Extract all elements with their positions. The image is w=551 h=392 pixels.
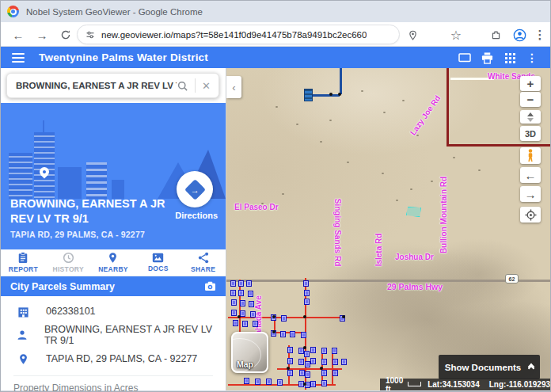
hamburger-icon[interactable]	[12, 51, 25, 65]
more-vertical-icon[interactable]: ⋮	[524, 50, 540, 66]
parcel-marker[interactable]	[255, 379, 260, 385]
parcel-marker[interactable]	[299, 370, 305, 376]
forward-button[interactable]: →	[520, 186, 541, 202]
double-chevron-up-icon	[529, 366, 534, 369]
parcel-marker[interactable]	[304, 299, 310, 305]
search-icon[interactable]	[177, 80, 188, 92]
action-report-button[interactable]: REPORT	[1, 249, 46, 276]
site-info-icon[interactable]	[86, 30, 95, 40]
parcel-marker[interactable]	[298, 359, 304, 365]
parcel-marker[interactable]	[277, 379, 283, 386]
parcel-marker[interactable]	[287, 370, 293, 376]
parcel-marker[interactable]	[253, 321, 258, 327]
star-icon[interactable]: ☆	[447, 26, 465, 44]
parcel-marker[interactable]	[290, 331, 295, 337]
action-bar: REPORTHISTORYNEARBYDOCSSHARE	[1, 249, 226, 276]
parcel-marker[interactable]	[233, 320, 238, 326]
parcel-marker[interactable]	[249, 301, 254, 307]
parcel-marker[interactable]	[231, 299, 237, 306]
parcel-marker[interactable]	[280, 331, 286, 337]
map-type-label: Map	[237, 360, 253, 369]
parcel-marker[interactable]	[301, 332, 306, 338]
tilt-button[interactable]	[520, 110, 541, 124]
parcel-marker[interactable]	[287, 347, 293, 353]
action-docs-button[interactable]: DOCS	[135, 249, 180, 276]
parcel-marker[interactable]	[332, 370, 338, 376]
chrome-logo-icon	[7, 6, 19, 17]
parcel-marker[interactable]	[240, 310, 245, 317]
parcel-marker[interactable]	[248, 291, 253, 297]
profile-icon[interactable]	[511, 26, 528, 44]
parcel-marker[interactable]	[244, 378, 249, 384]
action-label: REPORT	[9, 265, 38, 273]
valve-dot	[329, 93, 332, 96]
search-input[interactable]	[7, 81, 177, 90]
parcel-marker[interactable]	[304, 290, 310, 296]
parcel-marker[interactable]	[305, 371, 310, 378]
parcel-marker[interactable]	[242, 321, 248, 327]
street-label: Joshua Dr	[395, 253, 434, 261]
parcel-marker[interactable]	[341, 359, 347, 365]
valve-dot	[238, 315, 241, 318]
address-bar[interactable]: new.geoviewer.io/maps?t=58e141f0d9e41475…	[77, 25, 400, 44]
app-title: Twentynine Palms Water District	[39, 51, 208, 63]
sidebar-collapse-button[interactable]: ‹	[226, 76, 241, 98]
directions-button[interactable]: →	[177, 171, 213, 207]
back-button[interactable]: ←	[520, 167, 541, 183]
directions-label: Directions	[175, 211, 218, 220]
parcel-marker[interactable]	[321, 370, 327, 376]
parcel-marker[interactable]	[238, 290, 244, 296]
print-icon[interactable]	[479, 50, 495, 66]
action-nearby-button[interactable]: NEARBY	[91, 249, 136, 276]
apps-grid-icon[interactable]	[502, 50, 518, 66]
parcel-marker[interactable]	[321, 348, 327, 354]
desert-scrub	[402, 100, 405, 101]
valve-dot	[342, 315, 345, 318]
parcel-marker[interactable]	[332, 359, 338, 365]
parcel-marker[interactable]	[281, 315, 287, 322]
parcel-marker[interactable]	[304, 351, 310, 357]
camera-icon[interactable]	[204, 281, 216, 291]
parcel-marker[interactable]	[266, 379, 272, 385]
parcel-marker[interactable]	[287, 358, 293, 364]
parcel-marker[interactable]	[321, 380, 327, 386]
parcel-marker[interactable]	[231, 310, 237, 316]
parcel-marker[interactable]	[238, 280, 244, 287]
parcel-marker[interactable]	[246, 280, 252, 287]
map-canvas[interactable]: White SandsLazy Joe RdBullion Mountain R…	[226, 68, 550, 390]
desert-scrub	[282, 193, 284, 195]
menu-icon[interactable]: ⋮	[531, 26, 549, 44]
extensions-icon[interactable]	[487, 26, 504, 44]
parcel-marker[interactable]	[310, 381, 316, 387]
summary-rows: 062338101BROWNING, EARNEST A JR REV LV T…	[1, 296, 226, 371]
zoom-out-button[interactable]: −	[520, 92, 541, 107]
parcel-marker[interactable]	[230, 290, 236, 296]
forward-icon[interactable]: →	[32, 25, 51, 44]
parcel-marker[interactable]	[310, 358, 316, 364]
selected-parcel[interactable]	[406, 207, 421, 217]
map-type-button[interactable]: Map	[231, 332, 268, 373]
parcel-marker[interactable]	[250, 311, 256, 318]
pegman-button[interactable]	[520, 147, 541, 164]
back-icon[interactable]: ←	[9, 25, 28, 44]
parcel-marker[interactable]	[332, 348, 337, 354]
street-label: 29 Palms Hwy	[387, 282, 443, 291]
screen-icon[interactable]	[457, 50, 473, 66]
parcel-marker[interactable]	[310, 347, 316, 353]
desert-scrub	[329, 120, 332, 121]
parcel-marker[interactable]	[305, 361, 310, 367]
3d-button[interactable]: 3D	[520, 126, 541, 141]
parcel-marker[interactable]	[303, 280, 309, 287]
locate-button[interactable]	[520, 207, 541, 223]
reload-icon[interactable]	[56, 25, 75, 44]
location-icon[interactable]	[404, 26, 421, 44]
parcel-marker[interactable]	[240, 300, 245, 306]
parcel-marker[interactable]	[230, 280, 236, 287]
parcel-marker[interactable]	[321, 359, 327, 365]
reservoir-feature[interactable]	[304, 89, 313, 101]
show-documents-button[interactable]: Show Documents	[439, 355, 540, 379]
section-title: City Parcels Summary	[10, 281, 204, 292]
zoom-in-button[interactable]: +	[520, 76, 541, 91]
action-share-button[interactable]: SHARE	[180, 249, 226, 276]
clear-icon[interactable]: ✕	[202, 80, 218, 92]
